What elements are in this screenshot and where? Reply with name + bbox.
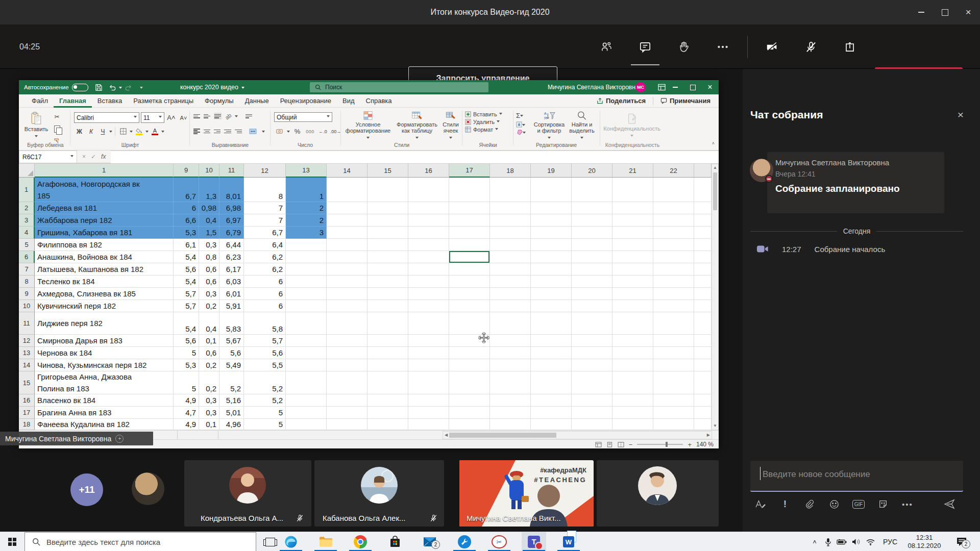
- cell-r16-c21[interactable]: [612, 394, 653, 407]
- cell-r13-c14[interactable]: [327, 347, 368, 359]
- cell-r13-c22[interactable]: [653, 347, 694, 359]
- cell-r16-c11[interactable]: 5,16: [219, 394, 244, 407]
- cell-r12-c1[interactable]: Смирнова Дарья вя 183: [35, 335, 174, 347]
- cell-r4-c12[interactable]: 6,7: [244, 227, 286, 239]
- align-middle-button[interactable]: [204, 113, 210, 119]
- cell-r3-c14[interactable]: [327, 214, 368, 227]
- borders-button[interactable]: [118, 127, 129, 136]
- cell-r13-c19[interactable]: [531, 347, 572, 359]
- comments-button[interactable]: Примечания: [656, 95, 715, 107]
- cell-r14-c20[interactable]: [572, 359, 612, 371]
- cell-r17-c21[interactable]: [612, 407, 653, 419]
- cell-r9-c1[interactable]: Ахмедова, Слизнева вк 185: [35, 288, 174, 300]
- cell-r13-c10[interactable]: 0,6: [199, 347, 219, 359]
- cell-r5-c22[interactable]: [653, 239, 694, 251]
- cell-r15-c19[interactable]: [531, 371, 572, 394]
- chat-message[interactable]: Мичугина Светлана Викторовна Вчера 12:41…: [767, 152, 944, 213]
- cell-r8-c10[interactable]: 0,6: [199, 276, 219, 288]
- cell-r8-c9[interactable]: 5,4: [174, 276, 199, 288]
- chat-close-button[interactable]: ×: [958, 109, 964, 121]
- cell-r8-c22[interactable]: [653, 276, 694, 288]
- cell-r16-c16[interactable]: [408, 394, 449, 407]
- cell-r1-c16[interactable]: [408, 178, 449, 202]
- cell-r6-c22[interactable]: [653, 251, 694, 263]
- emoji-button[interactable]: [825, 496, 843, 512]
- column-header-14[interactable]: 14: [327, 164, 368, 178]
- font-color-dropdown[interactable]: [161, 131, 164, 134]
- wrap-text-button[interactable]: [246, 113, 252, 119]
- cell-r1-c12[interactable]: 8: [244, 178, 286, 202]
- cell-r10-c12[interactable]: 6: [244, 300, 286, 312]
- cell-r4-c20[interactable]: [572, 227, 612, 239]
- tray-network[interactable]: [863, 532, 877, 551]
- cell-r16-c12[interactable]: 5,2: [244, 394, 286, 407]
- cell-r18-c11[interactable]: 4,96: [219, 419, 244, 430]
- cell-r17-c22[interactable]: [653, 407, 694, 419]
- cell-r3-c20[interactable]: [572, 214, 612, 227]
- find-select-button[interactable]: Найти и выделить: [567, 111, 597, 140]
- column-header-19[interactable]: 19: [531, 164, 572, 178]
- cell-r1-c11[interactable]: 8,01: [219, 178, 244, 202]
- cell-r10-c19[interactable]: [531, 300, 572, 312]
- cell-r5-c12[interactable]: 6,4: [244, 239, 286, 251]
- insert-cells-button[interactable]: Вставить: [465, 111, 502, 117]
- cell-r18-c13[interactable]: [286, 419, 327, 430]
- cell-r10-c13[interactable]: [286, 300, 327, 312]
- importance-button[interactable]: !: [776, 496, 794, 512]
- cell-r5-c13[interactable]: [286, 239, 327, 251]
- cell-r9-c11[interactable]: 6,01: [219, 288, 244, 300]
- excel-tab-рецензирование[interactable]: Рецензирование: [275, 94, 337, 108]
- paste-button[interactable]: Вставить: [23, 111, 50, 139]
- cell-r10-c1[interactable]: Кувичинский перя 182: [35, 300, 174, 312]
- cell-r1-c15[interactable]: [368, 178, 408, 202]
- vertical-scrollbar[interactable]: ▲ ▼: [712, 164, 719, 430]
- fill-color-dropdown[interactable]: [145, 131, 149, 134]
- taskbar-edge[interactable]: [279, 532, 303, 551]
- row-header-4[interactable]: 4: [19, 227, 35, 239]
- cell-r2-c1[interactable]: Лебедева вя 181: [35, 202, 174, 214]
- name-box[interactable]: R6C17: [19, 151, 77, 163]
- cell-r11-c18[interactable]: [490, 312, 531, 335]
- cell-r2-c15[interactable]: [368, 202, 408, 214]
- underline-dropdown[interactable]: [109, 131, 112, 134]
- camera-off-button[interactable]: [758, 33, 787, 61]
- cell-r6-c12[interactable]: 6,2: [244, 251, 286, 263]
- cell-r15-c13[interactable]: [286, 371, 327, 394]
- cell-r1-c10[interactable]: 1,3: [199, 178, 219, 202]
- cell-r14-c10[interactable]: 0,2: [199, 359, 219, 371]
- cell-r17-c17[interactable]: [449, 407, 490, 419]
- cell-r6-c15[interactable]: [368, 251, 408, 263]
- cell-r3-c11[interactable]: 6,97: [219, 214, 244, 227]
- cell-r18-c15[interactable]: [368, 419, 408, 430]
- column-header-1[interactable]: 1: [35, 164, 174, 178]
- cell-r7-c17[interactable]: [449, 263, 490, 276]
- cell-styles-button[interactable]: Стили ячеек: [442, 111, 460, 140]
- cell-r3-c18[interactable]: [490, 214, 531, 227]
- cell-r16-c20[interactable]: [572, 394, 612, 407]
- cell-r8-c17[interactable]: [449, 276, 490, 288]
- cell-r4-c14[interactable]: [327, 227, 368, 239]
- increase-font-button[interactable]: A˄: [166, 113, 177, 122]
- cell-r9-c15[interactable]: [368, 288, 408, 300]
- cell-r6-c19[interactable]: [531, 251, 572, 263]
- increase-decimal-button[interactable]: ←.0: [317, 127, 328, 136]
- cell-r15-c14[interactable]: [327, 371, 368, 394]
- cell-r7-c20[interactable]: [572, 263, 612, 276]
- cell-r18-c18[interactable]: [490, 419, 531, 430]
- undo-dropdown[interactable]: [119, 87, 122, 90]
- borders-dropdown[interactable]: [130, 131, 133, 134]
- cell-r6-c21[interactable]: [612, 251, 653, 263]
- cell-r4-c16[interactable]: [408, 227, 449, 239]
- format-as-table-button[interactable]: Форматировать как таблицу: [394, 111, 440, 140]
- cell-r7-c16[interactable]: [408, 263, 449, 276]
- column-header-18[interactable]: 18: [490, 164, 531, 178]
- column-header-16[interactable]: 16: [408, 164, 449, 178]
- cell-r16-c13[interactable]: [286, 394, 327, 407]
- cell-r11-c12[interactable]: 5,8: [244, 312, 286, 335]
- cell-r6-c20[interactable]: [572, 251, 612, 263]
- video-tile-kondratyeva[interactable]: Кондратьева Ольга А...: [184, 460, 311, 527]
- cell-r7-c10[interactable]: 0,6: [199, 263, 219, 276]
- column-header-9[interactable]: 9: [174, 164, 199, 178]
- cell-r5-c15[interactable]: [368, 239, 408, 251]
- font-size-select[interactable]: 11: [141, 112, 164, 123]
